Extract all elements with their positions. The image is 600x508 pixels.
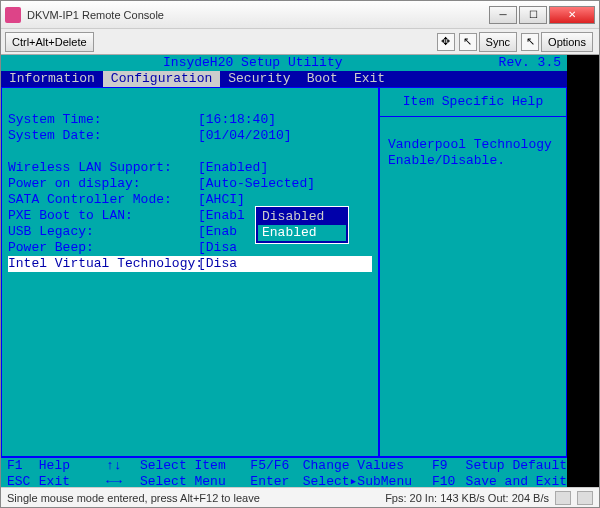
- row-label: PXE Boot to LAN:: [8, 208, 198, 224]
- footer-d1: Exit: [39, 474, 106, 487]
- bios-row[interactable]: [8, 144, 372, 160]
- cursor-icon[interactable]: ↖: [459, 33, 477, 51]
- menu-information[interactable]: Information: [1, 71, 103, 87]
- row-value: [Disa: [198, 256, 237, 272]
- footer-k1: ESC: [1, 474, 39, 487]
- row-value: [AHCI]: [198, 192, 245, 208]
- menu-configuration[interactable]: Configuration: [103, 71, 220, 87]
- footer-d4: Setup Default: [466, 458, 567, 474]
- bios-row[interactable]: Wireless LAN Support:[Enabled]: [8, 160, 372, 176]
- popup-option[interactable]: Enabled: [258, 225, 346, 241]
- menu-boot[interactable]: Boot: [299, 71, 346, 87]
- footer-k2: Select Item: [140, 458, 250, 474]
- help-body: Vanderpool Technology Enable/Disable.: [380, 117, 566, 189]
- options-button[interactable]: Options: [541, 32, 593, 52]
- bios-header: InsydeH20 Setup Utility Rev. 3.5: [1, 55, 567, 71]
- app-window: DKVM-IP1 Remote Console ─ ☐ ✕ Ctrl+Alt+D…: [0, 0, 600, 508]
- row-value: [Enabl: [198, 208, 245, 224]
- row-label: System Date:: [8, 128, 198, 144]
- bios-left-pane[interactable]: System Time:[16:18:40]System Date:[01/04…: [1, 87, 379, 457]
- statusbar: Single mouse mode entered, press Alt+F12…: [1, 487, 599, 507]
- cursor2-icon[interactable]: ↖: [521, 33, 539, 51]
- menu-exit[interactable]: Exit: [346, 71, 393, 87]
- footer-a1: ↑↓: [106, 458, 140, 474]
- row-value: [Disa: [198, 240, 237, 256]
- sync-button[interactable]: Sync: [479, 32, 517, 52]
- status-right: Fps: 20 In: 143 KB/s Out: 204 B/s: [385, 492, 549, 504]
- row-value: [Enab: [198, 224, 237, 240]
- row-value: [Auto-Selected]: [198, 176, 315, 192]
- footer-k4: F10: [432, 474, 466, 487]
- row-value: [16:18:40]: [198, 112, 276, 128]
- titlebar[interactable]: DKVM-IP1 Remote Console ─ ☐ ✕: [1, 1, 599, 29]
- row-label: System Time:: [8, 112, 198, 128]
- row-label: USB Legacy:: [8, 224, 198, 240]
- bios-row[interactable]: System Time:[16:18:40]: [8, 112, 372, 128]
- keyboard-icon[interactable]: [577, 491, 593, 505]
- status-left: Single mouse mode entered, press Alt+F12…: [7, 492, 260, 504]
- footer-d1: Help: [39, 458, 106, 474]
- popup-option[interactable]: Disabled: [258, 209, 346, 225]
- footer-d3: Change Values: [303, 458, 432, 474]
- footer-k3: Enter: [250, 474, 302, 487]
- row-value: [01/04/2010]: [198, 128, 292, 144]
- bios-help-pane: Item Specific Help Vanderpool Technology…: [379, 87, 567, 457]
- ctrl-alt-delete-button[interactable]: Ctrl+Alt+Delete: [5, 32, 94, 52]
- minimize-button[interactable]: ─: [489, 6, 517, 24]
- footer-k2: Select Menu: [140, 474, 250, 487]
- bios-menubar[interactable]: InformationConfigurationSecurityBootExit: [1, 71, 567, 87]
- close-button[interactable]: ✕: [549, 6, 595, 24]
- bios-row[interactable]: [8, 96, 372, 112]
- row-label: SATA Controller Mode:: [8, 192, 198, 208]
- maximize-button[interactable]: ☐: [519, 6, 547, 24]
- move-icon[interactable]: ✥: [437, 33, 455, 51]
- row-value: [Enabled]: [198, 160, 268, 176]
- row-label: [8, 96, 198, 112]
- row-label: Wireless LAN Support:: [8, 160, 198, 176]
- row-label: [8, 144, 198, 160]
- window-title: DKVM-IP1 Remote Console: [27, 9, 489, 21]
- bios-row[interactable]: System Date:[01/04/2010]: [8, 128, 372, 144]
- bios-screen: InsydeH20 Setup Utility Rev. 3.5 Informa…: [1, 55, 567, 487]
- bios-row[interactable]: Intel Virtual Technology:[Disa: [8, 256, 372, 272]
- footer-a1: ←→: [106, 474, 140, 487]
- toolbar: Ctrl+Alt+Delete ✥ ↖ Sync ↖ Options: [1, 29, 599, 55]
- app-icon: [5, 7, 21, 23]
- row-label: Power on display:: [8, 176, 198, 192]
- bios-row[interactable]: Power on display:[Auto-Selected]: [8, 176, 372, 192]
- footer-d3: Select▸SubMenu: [303, 474, 432, 487]
- value-popup[interactable]: DisabledEnabled: [255, 206, 349, 244]
- help-title: Item Specific Help: [380, 88, 566, 117]
- bios-title: InsydeH20 Setup Utility: [7, 55, 499, 71]
- menu-security[interactable]: Security: [220, 71, 298, 87]
- row-label: Power Beep:: [8, 240, 198, 256]
- remote-console[interactable]: InsydeH20 Setup Utility Rev. 3.5 Informa…: [1, 55, 599, 487]
- footer-k4: F9: [432, 458, 466, 474]
- row-label: Intel Virtual Technology:: [8, 256, 198, 272]
- bios-rev: Rev. 3.5: [499, 55, 561, 71]
- footer-d4: Save and Exit: [466, 474, 567, 487]
- footer-k3: F5/F6: [250, 458, 302, 474]
- monitor-icon[interactable]: [555, 491, 571, 505]
- bios-footer: F1Help↑↓Select ItemF5/F6Change ValuesF9S…: [1, 457, 567, 487]
- footer-k1: F1: [1, 458, 39, 474]
